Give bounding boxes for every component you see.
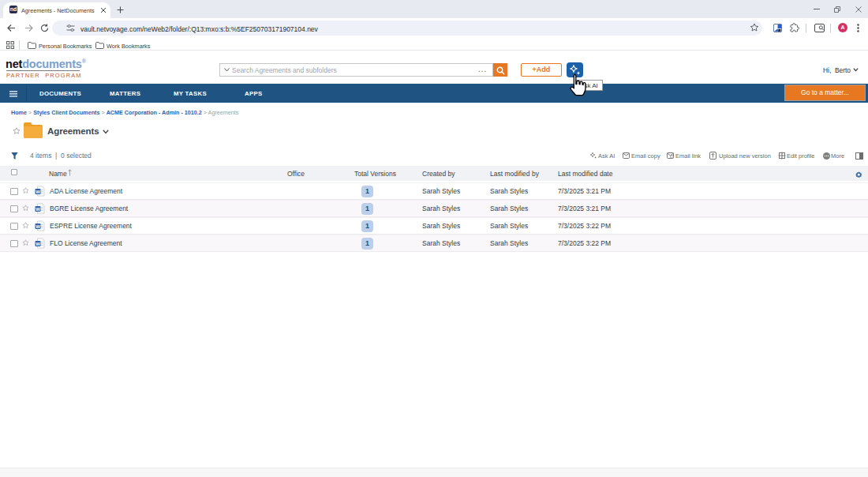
svg-text:W: W xyxy=(36,189,40,193)
svg-text:W: W xyxy=(36,206,40,211)
svg-text:W: W xyxy=(36,223,40,228)
svg-text:W: W xyxy=(36,241,40,246)
